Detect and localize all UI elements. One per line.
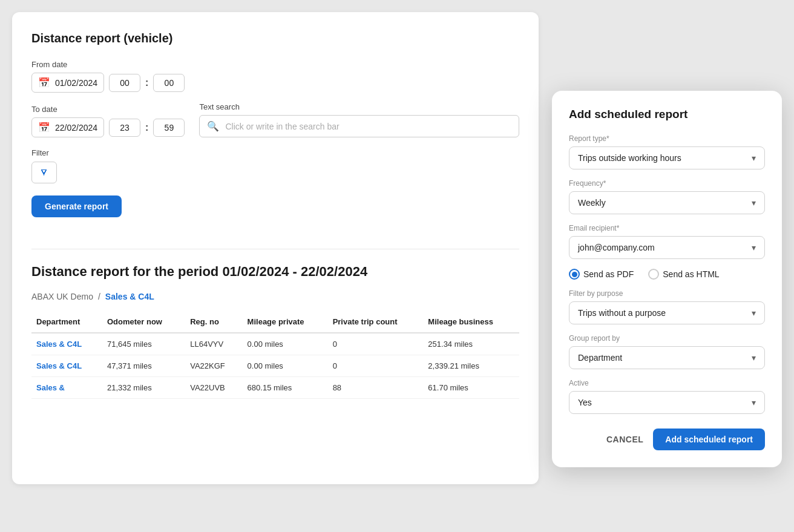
report-table: Department Odometer now Reg. no Mileage … xyxy=(31,311,519,399)
breadcrumb: ABAX UK Demo / Sales & C4L xyxy=(31,292,519,301)
from-date-input[interactable]: 📅 01/02/2024 xyxy=(31,73,104,93)
to-hour-input[interactable] xyxy=(109,119,140,137)
frequency-value: Weekly xyxy=(578,198,606,208)
table-row: Sales & C4L 71,645 miles LL64VYV 0.00 mi… xyxy=(31,333,519,355)
col-department: Department xyxy=(31,311,102,333)
to-date-input[interactable]: 📅 22/02/2024 xyxy=(31,117,104,137)
divider xyxy=(31,249,519,249)
active-field: Active Yes ▾ xyxy=(569,379,765,414)
active-value: Yes xyxy=(578,398,592,407)
breadcrumb-org: ABAX UK Demo xyxy=(31,292,93,301)
dept-cell[interactable]: Sales & C4L xyxy=(31,333,102,355)
add-scheduled-report-modal: Add scheduled report Report type* Trips … xyxy=(552,91,782,467)
to-date-value: 22/02/2024 xyxy=(55,123,97,133)
frequency-chevron-icon: ▾ xyxy=(752,198,756,208)
text-search-label: Text search xyxy=(199,102,519,111)
search-input-wrap[interactable]: 🔍 Click or write in the search bar xyxy=(199,115,519,137)
active-chevron-icon: ▾ xyxy=(752,398,756,407)
search-icon: 🔍 xyxy=(207,120,219,132)
send-as-html-label: Send as HTML xyxy=(663,269,719,279)
email-select[interactable]: john@company.com ▾ xyxy=(569,236,765,259)
odometer-cell: 71,645 miles xyxy=(102,333,185,355)
page-title: Distance report (vehicle) xyxy=(31,31,519,45)
table-row: Sales & C4L 47,371 miles VA22KGF 0.00 mi… xyxy=(31,355,519,377)
to-date-label: To date xyxy=(31,105,185,114)
table-row: Sales & 21,332 miles VA22UVB 680.15 mile… xyxy=(31,377,519,399)
send-as-pdf-option[interactable]: Send as PDF xyxy=(569,269,634,280)
mileage-private-cell: 0.00 miles xyxy=(243,333,328,355)
filter-purpose-field: Filter by purpose Trips without a purpos… xyxy=(569,289,765,324)
time-colon-1: : xyxy=(145,77,148,88)
breadcrumb-active[interactable]: Sales & C4L xyxy=(105,292,154,301)
dept-cell[interactable]: Sales & C4L xyxy=(31,355,102,377)
active-label: Active xyxy=(569,379,765,387)
filter-purpose-chevron-icon: ▾ xyxy=(752,308,756,318)
report-table-container: Department Odometer now Reg. no Mileage … xyxy=(31,311,519,399)
private-trips-cell: 0 xyxy=(328,355,424,377)
filter-purpose-select[interactable]: Trips without a purpose ▾ xyxy=(569,301,765,324)
frequency-select[interactable]: Weekly ▾ xyxy=(569,191,765,214)
report-type-value: Trips outside working hours xyxy=(578,153,681,163)
filter-label: Filter xyxy=(31,148,49,157)
email-label: Email recipient* xyxy=(569,224,765,232)
send-html-radio[interactable] xyxy=(648,269,659,280)
send-format-field: Send as PDF Send as HTML xyxy=(569,269,765,280)
calendar-icon: 📅 xyxy=(38,77,50,88)
from-min-input[interactable] xyxy=(153,74,185,92)
add-scheduled-report-button[interactable]: Add scheduled report xyxy=(653,429,765,450)
email-value: john@company.com xyxy=(578,243,655,252)
modal-footer: CANCEL Add scheduled report xyxy=(569,429,765,450)
email-chevron-icon: ▾ xyxy=(752,243,756,252)
search-placeholder-text: Click or write in the search bar xyxy=(225,122,339,131)
reg-cell: LL64VYV xyxy=(185,333,242,355)
col-private-trips: Private trip count xyxy=(328,311,424,333)
generate-report-button[interactable]: Generate report xyxy=(31,195,122,217)
private-trips-cell: 88 xyxy=(328,377,424,399)
col-mileage-business: Mileage business xyxy=(423,311,519,333)
mileage-business-cell: 2,339.21 miles xyxy=(423,355,519,377)
mileage-private-cell: 680.15 miles xyxy=(243,377,328,399)
send-pdf-radio-dot xyxy=(572,272,577,277)
from-hour-input[interactable] xyxy=(109,74,140,92)
group-report-label: Group report by xyxy=(569,334,765,343)
modal-title: Add scheduled report xyxy=(569,108,765,121)
report-type-select[interactable]: Trips outside working hours ▾ xyxy=(569,146,765,169)
cancel-button[interactable]: CANCEL xyxy=(606,435,643,444)
reg-cell: VA22KGF xyxy=(185,355,242,377)
group-report-chevron-icon: ▾ xyxy=(752,353,756,363)
report-type-chevron-icon: ▾ xyxy=(752,153,756,163)
mileage-private-cell: 0.00 miles xyxy=(243,355,328,377)
group-report-field: Group report by Department ▾ xyxy=(569,334,765,369)
email-field: Email recipient* john@company.com ▾ xyxy=(569,224,765,259)
filter-purpose-value: Trips without a purpose xyxy=(578,308,666,318)
private-trips-cell: 0 xyxy=(328,333,424,355)
filter-funnel-icon: ⛛ xyxy=(39,167,49,178)
group-report-select[interactable]: Department ▾ xyxy=(569,346,765,369)
col-mileage-private: Mileage private xyxy=(243,311,328,333)
calendar-icon-2: 📅 xyxy=(38,122,50,133)
report-type-field: Report type* Trips outside working hours… xyxy=(569,134,765,169)
reg-cell: VA22UVB xyxy=(185,377,242,399)
frequency-label: Frequency* xyxy=(569,179,765,188)
col-odometer: Odometer now xyxy=(102,311,185,333)
filter-purpose-label: Filter by purpose xyxy=(569,289,765,298)
col-reg: Reg. no xyxy=(185,311,242,333)
time-colon-2: : xyxy=(145,122,148,133)
send-as-html-option[interactable]: Send as HTML xyxy=(648,269,719,280)
to-min-input[interactable] xyxy=(153,119,185,137)
active-select[interactable]: Yes ▾ xyxy=(569,391,765,414)
send-pdf-radio[interactable] xyxy=(569,269,580,280)
report-type-label: Report type* xyxy=(569,134,765,143)
group-report-value: Department xyxy=(578,353,622,363)
odometer-cell: 21,332 miles xyxy=(102,377,185,399)
breadcrumb-separator: / xyxy=(98,292,100,301)
from-date-value: 01/02/2024 xyxy=(55,78,97,88)
dept-cell[interactable]: Sales & xyxy=(31,377,102,399)
frequency-field: Frequency* Weekly ▾ xyxy=(569,179,765,214)
filter-button[interactable]: ⛛ xyxy=(31,162,57,183)
odometer-cell: 47,371 miles xyxy=(102,355,185,377)
send-as-pdf-label: Send as PDF xyxy=(583,269,634,279)
report-period-title: Distance report for the period 01/02/202… xyxy=(31,264,519,280)
from-date-label: From date xyxy=(31,60,185,69)
mileage-business-cell: 251.34 miles xyxy=(423,333,519,355)
